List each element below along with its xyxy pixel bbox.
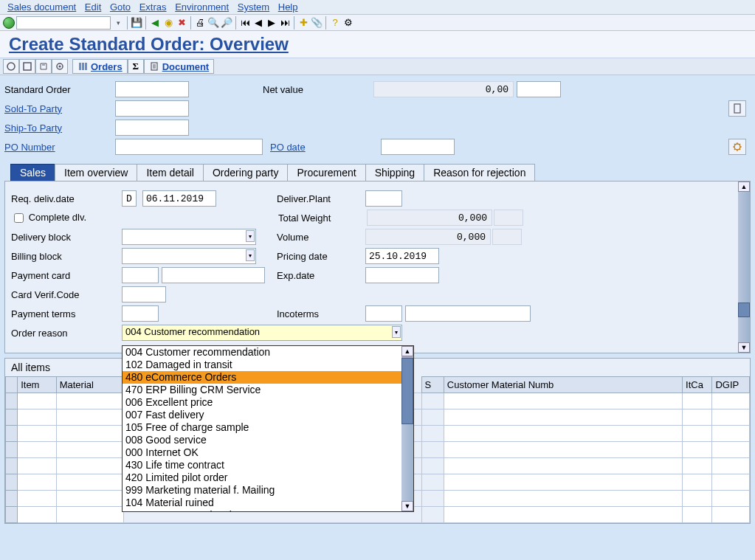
menu-system[interactable]: System	[238, 1, 269, 13]
delivery-block-dropdown-icon[interactable]: ▾	[246, 230, 255, 242]
cell-dgip[interactable]	[712, 409, 750, 426]
row-selector[interactable]	[6, 393, 18, 409]
cell-customer-material[interactable]	[444, 409, 682, 426]
order-reason-option[interactable]: 004 Customer recommendation	[123, 346, 401, 359]
col-dgip[interactable]: DGIP	[712, 377, 750, 393]
display-doc-flow-icon[interactable]	[3, 59, 19, 74]
cell-customer-material[interactable]	[444, 474, 682, 491]
sold-to-search-icon[interactable]	[728, 100, 746, 117]
order-reason-option[interactable]: 470 ERP Billing CRM Service	[123, 384, 401, 396]
cell-s[interactable]	[421, 426, 444, 442]
dropdown-command-icon[interactable]: ▾	[112, 17, 124, 29]
cell-customer-material[interactable]	[444, 442, 682, 458]
cancel-icon[interactable]: ✖	[176, 17, 187, 29]
req-deliv-date-input[interactable]	[142, 190, 216, 207]
billing-block-input[interactable]	[122, 248, 256, 264]
last-page-icon[interactable]: ⏭	[279, 17, 291, 29]
row-selector[interactable]	[6, 409, 18, 426]
order-reason-option[interactable]: 006 Excellent price	[123, 396, 401, 409]
cell-material[interactable]	[56, 409, 123, 426]
row-selector[interactable]	[6, 426, 18, 442]
tab-sales[interactable]: Sales	[10, 164, 55, 181]
order-reason-option[interactable]: 105 Free of charge sample	[123, 421, 401, 434]
order-reason-option[interactable]: 007 Fast delivery	[123, 409, 401, 421]
cell-item[interactable]	[18, 507, 57, 523]
cell-customer-material[interactable]	[444, 426, 682, 442]
cell-item[interactable]	[18, 409, 57, 426]
next-page-icon[interactable]: ▶	[266, 17, 277, 29]
order-reason-option[interactable]: 430 Life time contract	[123, 459, 401, 471]
cell-item[interactable]	[18, 474, 57, 491]
tab-shipping[interactable]: Shipping	[365, 164, 425, 181]
incoterms-location-input[interactable]	[405, 305, 531, 322]
cell-customer-material[interactable]	[444, 491, 682, 507]
sum-icon[interactable]: Σ	[128, 59, 144, 74]
po-configure-icon[interactable]	[728, 139, 746, 155]
cell-dgip[interactable]	[712, 426, 750, 442]
order-reason-option[interactable]: 104 Material ruined	[123, 497, 401, 509]
enter-icon[interactable]	[3, 17, 15, 29]
order-reason-option[interactable]: 102 Damaged in transit	[123, 359, 401, 371]
help-icon[interactable]: ?	[329, 17, 341, 29]
tab-ordering-party[interactable]: Ordering party	[203, 164, 288, 181]
cell-dgip[interactable]	[712, 458, 750, 474]
cell-dgip[interactable]	[712, 474, 750, 491]
cell-material[interactable]	[56, 442, 123, 458]
cell-s[interactable]	[421, 474, 444, 491]
scroll-up-icon[interactable]: ▲	[401, 346, 413, 356]
cell-material[interactable]	[56, 474, 123, 491]
cell-dgip[interactable]	[712, 442, 750, 458]
orders-button[interactable]: Orders	[72, 59, 128, 74]
cell-itca[interactable]	[683, 491, 712, 507]
payment-terms-input[interactable]	[122, 305, 159, 322]
order-reason-option[interactable]: 999 Marketing material f. Mailing	[123, 484, 401, 497]
scroll-down-icon[interactable]: ▼	[401, 501, 413, 511]
pricing-date-input[interactable]	[365, 248, 439, 264]
col-customer-material[interactable]: Customer Material Numb	[444, 377, 682, 393]
grid-corner[interactable]	[6, 377, 18, 393]
cell-item[interactable]	[18, 491, 57, 507]
cell-customer-material[interactable]	[444, 393, 682, 409]
row-selector[interactable]	[6, 474, 18, 491]
scroll-thumb[interactable]	[401, 358, 413, 424]
menu-sales-document[interactable]: Sales document	[7, 1, 76, 13]
cell-item[interactable]	[18, 458, 57, 474]
cell-itca[interactable]	[683, 458, 712, 474]
tab-scroll-down-icon[interactable]: ▼	[738, 342, 750, 353]
customize-layout-icon[interactable]: ⚙	[342, 17, 354, 29]
find-next-icon[interactable]: 🔎	[221, 17, 232, 29]
cell-material[interactable]	[56, 507, 123, 523]
cell-s[interactable]	[421, 458, 444, 474]
exit-icon[interactable]: ◉	[162, 17, 174, 29]
tab-item-detail[interactable]: Item detail	[137, 164, 204, 181]
menu-help[interactable]: Help	[278, 1, 298, 13]
cell-itca[interactable]	[683, 409, 712, 426]
cell-itca[interactable]	[683, 442, 712, 458]
header-output-preview-icon[interactable]	[52, 59, 68, 74]
propose-items-icon[interactable]	[35, 59, 52, 74]
ship-to-party-input[interactable]	[115, 120, 189, 136]
back-icon[interactable]: ◀	[149, 17, 161, 29]
cell-item[interactable]	[18, 426, 57, 442]
cell-dgip[interactable]	[712, 393, 750, 409]
print-icon[interactable]: 🖨	[194, 17, 206, 29]
tab-item-overview[interactable]: Item overview	[55, 164, 137, 181]
tab-reason-for-rejection[interactable]: Reason for rejection	[424, 164, 535, 181]
incoterms-code-input[interactable]	[365, 305, 402, 322]
cell-s[interactable]	[421, 507, 444, 523]
payment-card-type-input[interactable]	[122, 267, 159, 283]
menu-edit[interactable]: Edit	[85, 1, 101, 13]
document-button[interactable]: Document	[144, 59, 215, 74]
order-reason-option[interactable]: 005 Newspaper advertisement	[123, 509, 401, 511]
order-reason-option[interactable]: 008 Good service	[123, 434, 401, 446]
cell-s[interactable]	[421, 409, 444, 426]
save-icon[interactable]: 💾	[131, 17, 142, 29]
col-material[interactable]: Material	[56, 377, 123, 393]
cell-material[interactable]	[56, 426, 123, 442]
tab-procurement[interactable]: Procurement	[287, 164, 365, 181]
cell-customer-material[interactable]	[444, 458, 682, 474]
order-reason-option[interactable]: 420 Limited pilot order	[123, 471, 401, 484]
order-reason-input[interactable]: 004 Customer recommendation	[122, 325, 402, 341]
col-item[interactable]: Item	[18, 377, 57, 393]
tab-scroll-thumb[interactable]	[738, 303, 750, 317]
